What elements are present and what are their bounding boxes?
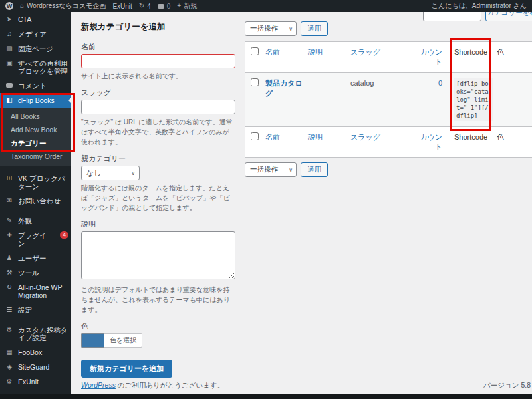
column-footer-shortcode: Shortcode [454, 133, 487, 141]
submenu-item-categories[interactable]: カテゴリー [0, 136, 71, 150]
greeting: こんにちは、Administrator さん [432, 1, 527, 11]
shield-icon: ◈ [5, 363, 13, 371]
sidebar-item-comments[interactable]: コメント [0, 78, 71, 93]
column-footer-count[interactable]: カウント [420, 133, 442, 151]
category-slug: catalog [350, 79, 374, 87]
sidebar-item-foobox[interactable]: ▦ FooBox [0, 345, 71, 360]
column-footer-slug[interactable]: スラッグ [350, 133, 380, 141]
admin-bar: W ⌂ Wordpressならコスモ企画 ExUnit ↻ 4 0 + 新規 こ… [0, 0, 532, 12]
sidebar-item-custom-post-type[interactable]: ⚙ カスタム投稿タイプ設定 [0, 323, 71, 345]
sidebar-item-label: FooBox [18, 348, 42, 356]
sidebar-item-contact[interactable]: ✉ お問い合わせ [0, 194, 71, 208]
sidebar-item-cta[interactable]: ➤ CTA [0, 12, 71, 27]
add-category-submit-button[interactable]: 新規カテゴリーを追加 [81, 360, 172, 378]
sidebar-item-media[interactable]: ♫ メディア [0, 27, 71, 41]
plus-icon: + [177, 3, 181, 9]
sidebar-item-wp-migration[interactable]: ↻ All-in-One WP Migration [0, 280, 71, 303]
categories-table: 名前 説明 スラッグ カウント Shortcode 色 製品カタログ — cat… [245, 41, 532, 158]
column-header-description[interactable]: 説明 [308, 48, 323, 56]
column-footer-description[interactable]: 説明 [308, 133, 323, 141]
color-swatch[interactable] [81, 333, 104, 348]
comments-menu[interactable]: 0 [158, 3, 171, 10]
sidebar-item-label: VK ブロックパターン [18, 174, 68, 190]
new-label: 新規 [184, 1, 197, 11]
parent-category-help: 階層化するには親のタームを指定します。たとえば「ジャズ」というタームを「ビバップ… [81, 183, 235, 213]
user-icon: ♟ [5, 254, 13, 262]
submenu-item-add-new-book[interactable]: Add New Book [0, 123, 71, 136]
exunit-menu[interactable]: ExUnit [112, 3, 132, 10]
updates-menu[interactable]: ↻ 4 [139, 3, 151, 10]
sidebar-item-siteguard[interactable]: ◈ SiteGuard [0, 360, 71, 374]
column-footer-name[interactable]: 名前 [265, 133, 280, 141]
account-menu[interactable]: こんにちは、Administrator さん [432, 1, 527, 11]
wordpress-logo-icon: W [5, 2, 13, 10]
sidebar-item-label: メディア [18, 30, 47, 38]
sidebar-item-settings[interactable]: ☰ 設定 [0, 303, 71, 317]
plugins-update-badge: 4 [60, 231, 68, 239]
comments-count: 0 [167, 3, 171, 10]
sidebar-item-users[interactable]: ♟ ユーザー [0, 251, 71, 265]
dflip-submenu: All Books Add New Book カテゴリー Taxonomy Or… [0, 108, 71, 166]
sidebar-item-label: コメント [18, 82, 47, 90]
select-all-checkbox-bottom[interactable] [251, 132, 259, 140]
chevron-down-icon: ∨ [131, 170, 135, 176]
sidebar-item-reusable-blocks[interactable]: ▣ すべての再利用ブロックを管理 [0, 56, 71, 78]
sidebar-item-plugins[interactable]: ✚ プラグイン 4 [0, 228, 71, 251]
table-header-row: 名前 説明 スラッグ カウント Shortcode 色 [245, 42, 532, 73]
add-category-form: 新規カテゴリーを追加 名前 サイト上に表示される名前です。 スラッグ "スラッグ… [81, 21, 235, 378]
sidebar-item-appearance[interactable]: ✎ 外観 [0, 213, 71, 228]
admin-footer: WordPress のご利用ありがとうございます。 バージョン 5.8 [71, 378, 532, 394]
bulk-action-value: 一括操作 [250, 165, 278, 174]
sidebar-item-label: All-in-One WP Migration [18, 283, 68, 299]
sidebar-item-pages[interactable]: ▤ 固定ページ [0, 41, 71, 56]
name-label: 名前 [81, 42, 235, 52]
column-footer-color: 色 [497, 133, 504, 141]
column-header-slug[interactable]: スラッグ [350, 48, 380, 56]
bulk-action-select[interactable]: 一括操作 ∨ [245, 21, 297, 36]
site-name-menu[interactable]: ⌂ Wordpressならコスモ企画 [20, 1, 106, 11]
row-checkbox[interactable] [251, 78, 259, 86]
bulk-action-select-bottom[interactable]: 一括操作 ∨ [245, 162, 297, 177]
submenu-item-taxonomy-order[interactable]: Taxonomy Order [0, 150, 71, 163]
home-icon: ⌂ [20, 3, 24, 9]
bulk-actions-bottom: 一括操作 ∨ 適用 [245, 162, 532, 177]
color-label: 色 [81, 321, 235, 331]
bulk-actions-top: 一括操作 ∨ 適用 [245, 21, 532, 36]
apply-button[interactable]: 適用 [301, 21, 328, 36]
brush-icon: ✎ [5, 217, 13, 225]
description-textarea[interactable] [81, 231, 235, 279]
sidebar-item-label: お問い合わせ [18, 197, 61, 205]
apply-button-bottom[interactable]: 適用 [301, 162, 328, 177]
migration-icon: ↻ [5, 283, 13, 291]
wp-logo-menu[interactable]: W [5, 2, 13, 10]
column-header-count[interactable]: カウント [420, 48, 442, 66]
updates-count: 4 [147, 3, 151, 10]
name-help: サイト上に表示される名前です。 [81, 71, 235, 81]
gear-icon: ⚙ [5, 326, 13, 334]
name-input[interactable] [81, 54, 235, 68]
wordpress-footer-link[interactable]: WordPress [81, 381, 116, 389]
select-color-button[interactable]: 色を選択 [104, 333, 142, 348]
sidebar-item-label: SiteGuard [18, 363, 49, 371]
submenu-item-all-books[interactable]: All Books [0, 110, 71, 123]
select-all-checkbox[interactable] [251, 47, 259, 55]
chevron-down-icon: ∨ [289, 26, 293, 32]
sidebar-item-tools[interactable]: ⚒ ツール [0, 265, 71, 280]
category-count[interactable]: 0 [438, 79, 442, 87]
parent-category-select[interactable]: なし ∨ [81, 166, 140, 180]
sidebar-item-label: 固定ページ [18, 45, 53, 53]
version-text: バージョン 5.8 [483, 381, 531, 390]
sidebar-item-label: ユーザー [18, 254, 47, 262]
new-content-menu[interactable]: + 新規 [177, 1, 197, 11]
column-header-name[interactable]: 名前 [265, 48, 280, 56]
wordpress-admin-page: カテゴリーを検索 W ⌂ Wordpressならコスモ企画 ExUnit ↻ 4… [0, 0, 532, 399]
sidebar-item-vk-block-patterns[interactable]: ⊞ VK ブロックパターン [0, 171, 71, 194]
category-name-link[interactable]: 製品カタログ [265, 79, 303, 97]
book-icon: ◧ [5, 96, 13, 104]
slug-input[interactable] [81, 100, 235, 114]
plugin-icon: ✚ [5, 231, 13, 239]
admin-sidebar: ➤ CTA ♫ メディア ▤ 固定ページ ▣ すべての再利用ブロックを管理 コメ… [0, 12, 71, 394]
footer-thanks: WordPress のご利用ありがとうございます。 [81, 381, 224, 390]
sidebar-item-dflip-books[interactable]: ◧ dFlip Books [0, 93, 71, 108]
sidebar-item-exunit[interactable]: ⚙ ExUnit [0, 374, 71, 389]
